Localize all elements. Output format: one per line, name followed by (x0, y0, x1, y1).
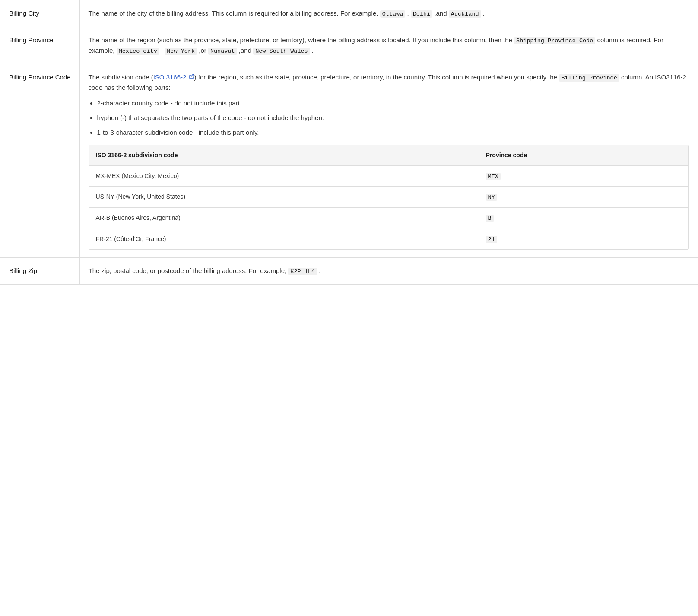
code-nunavut: Nunavut (208, 48, 237, 55)
code-mex: MEX (486, 173, 501, 180)
main-reference-table: Billing City The name of the city of the… (0, 0, 698, 285)
inner-table-row: FR-21 (Côte-d'Or, France) 21 (89, 229, 688, 249)
table-row: Billing City The name of the city of the… (0, 0, 698, 27)
bullet-subdivision-code: 1-to-3-character subdivision code - incl… (97, 127, 689, 138)
iso-code-buenos-aires: AR-B (Buenos Aires, Argentina) (89, 207, 479, 229)
province-code-b: B (479, 207, 688, 229)
col-header-iso-code: ISO 3166-2 subdivision code (89, 145, 479, 165)
inner-table-row: AR-B (Buenos Aires, Argentina) B (89, 207, 688, 229)
table-row: Billing Province Code The subdivision co… (0, 64, 698, 257)
row-label-billing-zip: Billing Zip (0, 258, 80, 285)
code-delhi: Delhi (411, 10, 433, 18)
province-code-21: 21 (479, 229, 688, 249)
code-billing-province-ref: Billing Province (559, 74, 619, 82)
code-ottawa: Ottawa (380, 10, 406, 18)
table-row: Billing Province The name of the region … (0, 27, 698, 64)
table-row: Billing Zip The zip, postal code, or pos… (0, 258, 698, 285)
billing-zip-text: The zip, postal code, or postcode of the… (89, 267, 321, 274)
row-label-billing-province-code: Billing Province Code (0, 64, 80, 257)
col-header-province-code: Province code (479, 145, 688, 165)
row-content-billing-province-code: The subdivision code (ISO 3166-2 ) for t… (79, 64, 698, 257)
row-content-billing-zip: The zip, postal code, or postcode of the… (79, 258, 698, 285)
billing-province-text: The name of the region (such as the prov… (89, 36, 663, 54)
code-auckland: Auckland (449, 10, 481, 18)
code-shipping-province: Shipping Province Code (514, 37, 595, 44)
subdivision-code-table-wrapper: ISO 3166-2 subdivision code Province cod… (89, 145, 689, 250)
billing-city-text: The name of the city of the billing addr… (89, 10, 485, 17)
inner-table-row: US-NY (New York, United States) NY (89, 187, 688, 208)
code-21: 21 (486, 236, 497, 243)
row-content-billing-city: The name of the city of the billing addr… (79, 0, 698, 27)
code-mexico-city: Mexico city (117, 48, 159, 55)
subdivision-code-table: ISO 3166-2 subdivision code Province cod… (89, 145, 688, 249)
iso-code-france: FR-21 (Côte-d'Or, France) (89, 229, 479, 249)
bullet-hyphen: hyphen (-) that separates the two parts … (97, 113, 689, 123)
iso-code-mexico: MX-MEX (Mexico City, Mexico) (89, 165, 479, 187)
province-code-mexico: MEX (479, 165, 688, 187)
province-code-intro: The subdivision code (ISO 3166-2 ) for t… (89, 72, 689, 93)
code-new-york: New York (165, 48, 197, 55)
code-ny: NY (486, 194, 497, 201)
external-link-icon (189, 74, 194, 79)
row-label-billing-city: Billing City (0, 0, 80, 27)
code-new-south-wales: New South Wales (253, 48, 310, 55)
iso-code-new-york: US-NY (New York, United States) (89, 187, 479, 208)
row-content-billing-province: The name of the region (such as the prov… (79, 27, 698, 64)
bullet-country-code: 2-character country code - do not includ… (97, 98, 689, 108)
code-b: B (486, 215, 494, 222)
row-label-billing-province: Billing Province (0, 27, 80, 64)
province-code-bullets: 2-character country code - do not includ… (97, 98, 689, 138)
inner-table-row: MX-MEX (Mexico City, Mexico) MEX (89, 165, 688, 187)
code-k2p: K2P 1L4 (288, 268, 317, 275)
province-code-ny: NY (479, 187, 688, 208)
iso-3166-2-link[interactable]: ISO 3166-2 (153, 73, 194, 81)
inner-table-header-row: ISO 3166-2 subdivision code Province cod… (89, 145, 688, 165)
